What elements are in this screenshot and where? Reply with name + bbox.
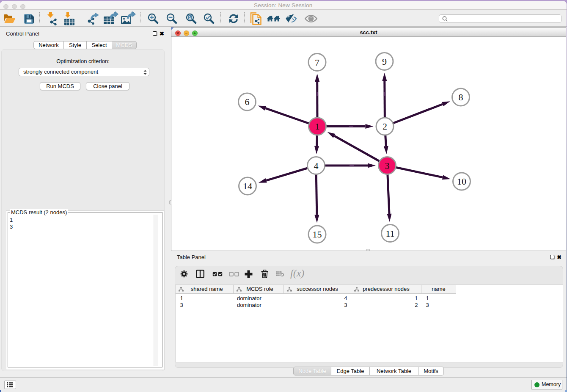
svg-text:3: 3 <box>385 160 390 171</box>
svg-text:6: 6 <box>245 97 250 107</box>
svg-text:2: 2 <box>383 121 387 132</box>
svg-text:8: 8 <box>459 92 463 102</box>
svg-text:9: 9 <box>382 56 387 67</box>
svg-text:1: 1 <box>315 121 320 132</box>
svg-text:14: 14 <box>243 181 252 191</box>
svg-text:15: 15 <box>313 229 322 240</box>
svg-text:7: 7 <box>315 57 319 68</box>
svg-text:10: 10 <box>457 176 466 187</box>
svg-text:11: 11 <box>385 228 394 239</box>
svg-text:4: 4 <box>314 160 319 171</box>
